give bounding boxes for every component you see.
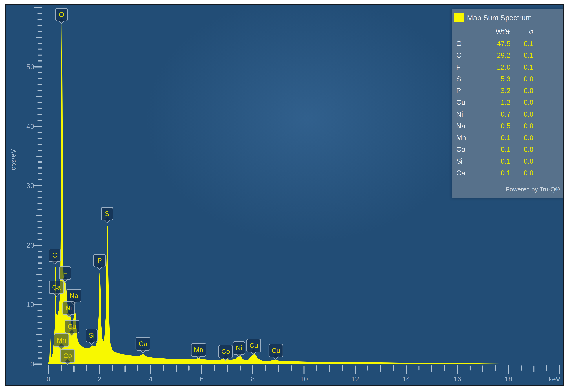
y-tick-label-40: 40 xyxy=(27,122,34,130)
element-label-text: S xyxy=(105,210,109,218)
quant-cell-el: O xyxy=(456,38,482,49)
element-label-na-4: Na xyxy=(67,289,81,303)
element-label-si-9: Si xyxy=(85,329,98,342)
quant-row-c: C29.20.1 xyxy=(456,49,533,61)
quant-cell-sg: 0.0 xyxy=(511,96,533,108)
element-label-text: P xyxy=(97,257,102,265)
legend-swatch xyxy=(454,13,464,22)
quant-cell-el: Co xyxy=(456,143,482,155)
quant-cell-sg: 0.1 xyxy=(511,38,533,49)
quant-header-wt: Wt% xyxy=(482,26,511,38)
x-tick-label-0: 0 xyxy=(46,375,50,383)
x-tick-label-6: 6 xyxy=(200,375,204,383)
x-tick-label-16: 16 xyxy=(453,375,461,383)
quant-cell-sg: 0.0 xyxy=(511,155,533,167)
element-label-text: C xyxy=(52,252,57,259)
x-tick-label-18: 18 xyxy=(505,375,512,383)
y-tick-label-20: 20 xyxy=(27,241,34,249)
quant-cell-el: P xyxy=(456,85,482,96)
element-label-cu-16: Cu xyxy=(246,339,261,352)
element-label-text: Ni xyxy=(236,344,242,352)
quant-cell-wt: 0.1 xyxy=(482,167,511,179)
element-label-text: Co xyxy=(63,352,72,360)
element-label-f-2: F xyxy=(59,266,71,280)
quant-cell-wt: 0.1 xyxy=(482,155,511,167)
element-label-text: Si xyxy=(89,332,95,339)
quant-cell-wt: 3.2 xyxy=(482,85,511,96)
element-label-ca-3: Ca xyxy=(49,281,64,294)
spectrum-chart: 01020304050024681012141618keV cps/eV OCF… xyxy=(5,4,564,386)
element-label-cu-17: Cu xyxy=(268,344,283,357)
element-label-text: Cu xyxy=(250,342,258,349)
quant-cell-wt: 0.1 xyxy=(482,132,511,143)
legend-panel: Map Sum Spectrum Wt% σ O47.50.1C29.20.1F… xyxy=(452,9,563,198)
element-label-co-8: Co xyxy=(60,349,75,363)
quant-row-s: S5.30.0 xyxy=(456,73,533,85)
quant-header-sigma: σ xyxy=(511,26,533,38)
quant-cell-el: S xyxy=(456,73,482,85)
quant-header-element xyxy=(456,26,482,38)
x-tick-label-4: 4 xyxy=(149,375,153,383)
element-label-text: O xyxy=(59,11,64,18)
quant-cell-sg: 0.1 xyxy=(511,61,533,73)
y-tick-label-50: 50 xyxy=(27,63,34,71)
element-label-text: Cu xyxy=(68,323,76,330)
element-label-cu-6: Cu xyxy=(65,320,79,333)
quant-row-si: Si0.10.0 xyxy=(456,155,533,167)
quant-cell-el: Ni xyxy=(456,108,482,120)
quant-table-header: Wt% σ xyxy=(456,26,533,38)
element-label-text: F xyxy=(63,269,67,277)
quant-table: Wt% σ O47.50.1C29.20.1F12.00.1S5.30.0P3.… xyxy=(456,26,533,179)
x-tick-label-2: 2 xyxy=(97,375,102,383)
element-label-text: Ni xyxy=(66,304,72,312)
quant-cell-sg: 0.0 xyxy=(511,120,533,132)
quant-cell-wt: 47.5 xyxy=(482,38,511,49)
quant-cell-el: Ca xyxy=(456,167,482,179)
element-label-mn-7: Mn xyxy=(54,334,69,347)
quant-cell-el: Cu xyxy=(456,96,482,108)
quant-row-ca: Ca0.10.0 xyxy=(456,167,533,179)
element-label-o-0: O xyxy=(56,8,68,21)
quant-row-o: O47.50.1 xyxy=(456,38,533,49)
page: 01020304050024681012141618keV cps/eV OCF… xyxy=(0,0,569,392)
legend-title-row: Map Sum Spectrum xyxy=(454,13,532,22)
element-label-ni-15: Ni xyxy=(233,341,245,355)
x-axis-labels: 024681012141618keV xyxy=(46,375,560,383)
x-tick-label-10: 10 xyxy=(300,375,308,383)
quant-cell-wt: 0.1 xyxy=(482,143,511,155)
quant-cell-wt: 29.2 xyxy=(482,49,511,61)
element-label-text: Ca xyxy=(52,283,61,291)
quant-cell-sg: 0.1 xyxy=(511,49,533,61)
quant-cell-wt: 0.5 xyxy=(482,120,511,132)
quant-cell-sg: 0.0 xyxy=(511,108,533,120)
x-axis-ticks xyxy=(48,366,559,374)
legend-title: Map Sum Spectrum xyxy=(467,14,532,22)
y-tick-label-10: 10 xyxy=(27,301,34,308)
quant-cell-el: Na xyxy=(456,120,482,132)
element-label-mn-13: Mn xyxy=(191,343,206,357)
y-tick-label-0: 0 xyxy=(30,360,34,368)
element-label-text: Cu xyxy=(272,347,280,354)
element-label-text: Ca xyxy=(139,340,147,348)
x-tick-label-12: 12 xyxy=(351,375,359,383)
quant-cell-sg: 0.0 xyxy=(511,132,533,143)
element-label-p-10: P xyxy=(94,254,106,267)
x-tick-label-14: 14 xyxy=(402,375,410,383)
quant-cell-sg: 0.0 xyxy=(511,143,533,155)
quant-row-f: F12.00.1 xyxy=(456,61,533,73)
element-label-s-11: S xyxy=(101,207,113,221)
x-axis-unit: keV xyxy=(549,375,560,383)
element-label-ni-5: Ni xyxy=(62,301,75,315)
powered-by-label: Powered by Tru-Q® xyxy=(506,186,560,193)
quant-row-p: P3.20.0 xyxy=(456,85,533,96)
element-label-co-14: Co xyxy=(218,345,233,358)
y-axis-ticks xyxy=(35,7,42,364)
quant-row-co: Co0.10.0 xyxy=(456,143,533,155)
quant-cell-el: Mn xyxy=(456,132,482,143)
y-tick-label-30: 30 xyxy=(27,182,34,190)
element-label-text: Mn xyxy=(194,346,203,354)
element-label-text: Na xyxy=(70,292,78,300)
element-label-text: Mn xyxy=(57,336,66,344)
quant-cell-el: Si xyxy=(456,155,482,167)
x-tick-label-8: 8 xyxy=(251,375,255,383)
